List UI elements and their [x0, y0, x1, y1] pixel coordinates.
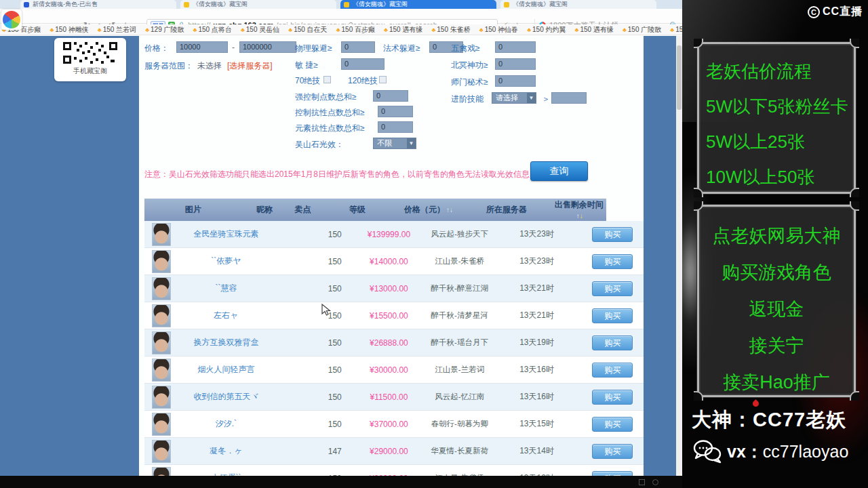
strong-ctrl-input[interactable]: 0	[373, 90, 408, 102]
buy-button[interactable]: 购买	[592, 254, 633, 269]
table-header-cell[interactable]: 出售剩余时间↑↓	[552, 199, 606, 220]
buy-button[interactable]: 购买	[592, 417, 633, 432]
character-avatar[interactable]	[152, 440, 171, 463]
buy-button[interactable]: 购买	[592, 444, 633, 459]
table-body: 全民坐骑宝珠元素 150 ¥139999.00 风云起-独步天下 13天23时 …	[144, 221, 644, 476]
character-name-link[interactable]: 左右ャ	[178, 310, 274, 321]
adv-gt-symbol: ＞	[542, 94, 550, 105]
cb70-checkbox[interactable]	[323, 76, 331, 83]
character-avatar[interactable]	[152, 467, 171, 476]
bookmark-item[interactable]: ♣ 150 灵岳仙	[241, 25, 279, 35]
bookmark-item[interactable]: ♣ 129 广陵散	[145, 25, 184, 35]
buy-button[interactable]: 购买	[592, 363, 633, 378]
bookmark-item[interactable]: ♣ 150 遇有缘	[384, 25, 422, 35]
browser-tab[interactable]: 《倩女幽魂》藏宝阁	[180, 0, 336, 9]
browser-tab[interactable]: 《倩女幽魂》藏宝阁	[500, 0, 656, 9]
avatar-cell	[144, 413, 178, 436]
character-name-link[interactable]: 汐汐.`	[178, 418, 274, 430]
board-corner	[850, 391, 859, 401]
sort-arrows[interactable]: ↑↓	[446, 206, 453, 214]
character-avatar[interactable]	[152, 304, 171, 327]
browser-logo[interactable]	[1, 9, 22, 30]
time-left-cell: 13天14时	[492, 445, 582, 457]
bookmark-item[interactable]: ♣ 150 独步天	[670, 25, 682, 35]
character-name-link[interactable]: 换方互换双雅背盒	[178, 337, 274, 348]
server-cell: 风云起-忆江南	[427, 392, 492, 402]
bookmark-item[interactable]: ♣ 150 神雕侠	[50, 25, 88, 35]
table-header-cell[interactable]: 等级↑↓	[318, 204, 396, 216]
bookmark-item[interactable]: ♣ 150 自在天	[288, 25, 327, 35]
cb120-checkbox[interactable]	[379, 76, 387, 83]
bookmark-item[interactable]: ♣ 150 百步癫	[336, 25, 375, 35]
shimen-input[interactable]: 0	[495, 75, 536, 87]
character-name-link[interactable]: 烟火人间轻声言	[178, 364, 274, 375]
table-header-cell[interactable]: 价格（元）↑↓	[396, 204, 461, 216]
bookmark-favicon-icon: ♣	[336, 26, 340, 33]
wuqinxi-input[interactable]: 0	[495, 41, 536, 53]
character-avatar[interactable]	[152, 250, 171, 273]
price-separator: -	[232, 43, 235, 52]
character-avatar[interactable]	[152, 331, 171, 354]
character-name-link[interactable]: 凝冬．ヶ	[178, 445, 274, 457]
buy-button[interactable]: 购买	[592, 308, 633, 323]
adv-skill-input[interactable]	[551, 92, 587, 104]
level-cell: 150	[319, 257, 351, 266]
adv-skill-select[interactable]: 请选择 ▼	[492, 92, 536, 104]
character-avatar[interactable]	[152, 413, 171, 436]
bookmark-item[interactable]: ♣ 150 神仙眷	[479, 25, 518, 35]
price-max-input[interactable]: 1000000	[239, 41, 296, 53]
bookmark-item[interactable]: ♣ 150 灼灼翼	[527, 25, 566, 35]
avatar-cell	[144, 386, 178, 409]
character-avatar[interactable]	[152, 386, 171, 409]
table-header-cell[interactable]: 所在服务器↑↓	[461, 204, 552, 216]
browser-tab[interactable]: 《倩女幽魂》藏宝阁	[340, 0, 496, 9]
agility-input[interactable]: 0	[341, 58, 384, 70]
bookmark-item[interactable]: ♣ 150 广陵散	[623, 25, 661, 35]
table-header-cell[interactable]: 昵称↑↓	[241, 204, 287, 216]
header-label: 图片	[185, 205, 201, 214]
bookmark-item[interactable]: ♣ 150 朱雀桥	[431, 25, 470, 35]
query-button[interactable]: 查询	[530, 161, 588, 181]
character-name-link[interactable]: 全民坐骑宝珠元素	[178, 228, 274, 240]
sort-desc-icon[interactable]: ↓	[580, 212, 583, 220]
sort-desc-icon[interactable]: ↓	[450, 206, 453, 214]
character-name-link[interactable]: 收到信的第五天ヾ	[178, 391, 274, 403]
character-avatar[interactable]	[152, 359, 171, 382]
elem-resist-input[interactable]: 0	[378, 121, 413, 133]
adv-skill-label: 进阶技能	[451, 94, 484, 105]
wushan-select[interactable]: 不限 ▼	[373, 138, 416, 149]
buy-button[interactable]: 购买	[592, 227, 633, 242]
character-avatar[interactable]	[152, 223, 171, 246]
bookmark-item[interactable]: ♣ 150 遇有缘	[575, 25, 614, 35]
status-sound-icon[interactable]	[652, 479, 658, 485]
table-header-cell[interactable]: 图片↑↓	[144, 204, 241, 216]
server-cell: 江山景-朱雀桥	[427, 256, 492, 266]
character-name-link[interactable]: ``依夢ヤ	[178, 256, 274, 267]
bookmark-item[interactable]: ♣ 150 兰若词	[98, 25, 136, 35]
server-cell: 醉千秋-瑶台月下	[427, 338, 492, 348]
phys-dodge-input[interactable]: 0	[341, 41, 375, 53]
level-cell: 150	[319, 338, 351, 348]
character-name-link[interactable]: ``慧容	[178, 283, 274, 294]
price-min-input[interactable]: 10000	[176, 41, 228, 53]
buy-button[interactable]: 购买	[592, 390, 633, 405]
scrollbar-thumb[interactable]	[677, 45, 682, 110]
status-tool-icon[interactable]	[639, 479, 645, 485]
pick-server-link[interactable]: [选择服务器]	[227, 60, 273, 72]
buy-button[interactable]: 购买	[592, 336, 633, 350]
sort-arrows[interactable]: ↑↓	[576, 212, 583, 220]
beiming-input[interactable]: 0	[495, 58, 536, 70]
header-label: 价格（元）	[404, 205, 445, 214]
bookmark-label: 150 神仙眷	[485, 25, 518, 35]
bookmark-favicon-icon: ♣	[241, 26, 245, 33]
bookmark-item[interactable]: ♣ 150 点将台	[193, 25, 232, 35]
board-corner	[850, 39, 859, 48]
page-scrollbar[interactable]	[676, 36, 682, 476]
buy-button[interactable]: 购买	[592, 281, 633, 296]
table-header-cell[interactable]: 卖点↑↓	[287, 204, 318, 216]
buy-button[interactable]: 购买	[592, 471, 633, 476]
character-avatar[interactable]	[152, 277, 171, 300]
level-cell: 150	[319, 365, 351, 375]
ctrl-resist-input[interactable]: 0	[378, 106, 413, 117]
browser-tab[interactable]: 新倩女幽魂-角色-已出售	[20, 0, 176, 9]
